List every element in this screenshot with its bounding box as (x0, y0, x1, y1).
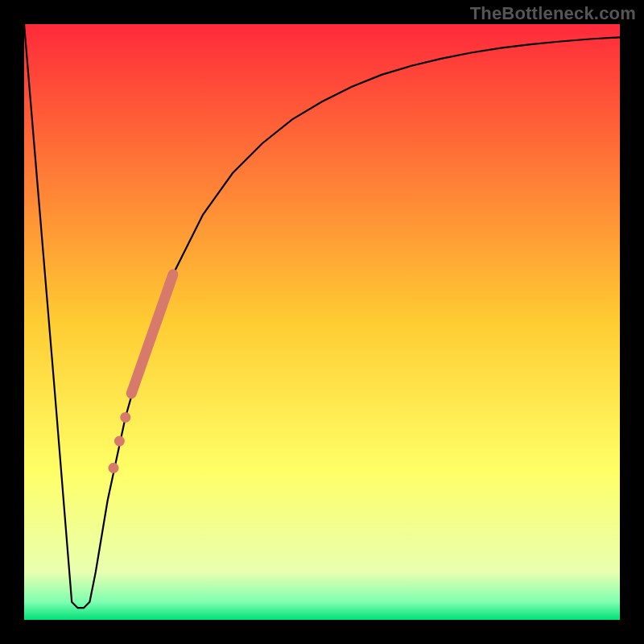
plot-background (24, 24, 620, 620)
highlight-dot (120, 412, 130, 423)
chart-svg (0, 0, 644, 644)
chart-stage: TheBottleneck.com (0, 0, 644, 644)
highlight-dot (109, 463, 119, 473)
watermark-text: TheBottleneck.com (470, 3, 636, 24)
highlight-dot (114, 436, 125, 447)
